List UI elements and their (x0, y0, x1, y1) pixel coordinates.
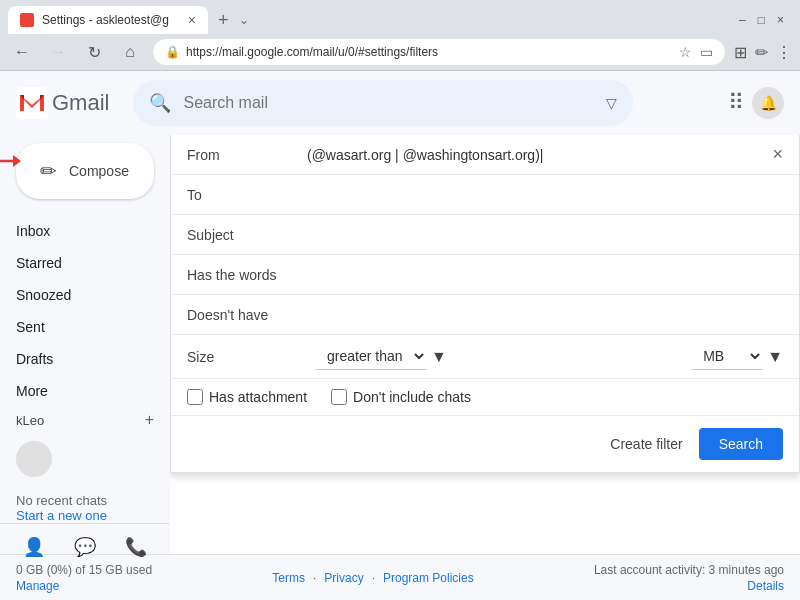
subject-label: Subject (187, 227, 307, 243)
from-input[interactable] (307, 147, 772, 163)
tab-bar: Settings - askleotest@g × + ⌄ – □ × (0, 0, 800, 34)
sidebar-item-more[interactable]: More (0, 375, 170, 407)
chat-avatar (16, 441, 52, 477)
details-link[interactable]: Details (747, 579, 784, 593)
size-label: Size (187, 349, 307, 365)
address-bar[interactable]: 🔒 https://mail.google.com/mail/u/0/#sett… (152, 38, 726, 66)
compose-button[interactable]: ✏ Compose (16, 143, 154, 199)
forward-btn[interactable]: → (44, 38, 72, 66)
tab-chevron[interactable]: ⌄ (239, 13, 249, 27)
person-icon[interactable]: 👤 (23, 536, 45, 554)
from-clear-btn[interactable]: × (772, 144, 783, 165)
sidebar-item-snoozed[interactable]: Snoozed (0, 279, 170, 311)
terms-link[interactable]: Terms (272, 571, 305, 585)
browser-chrome: Settings - askleotest@g × + ⌄ – □ × ← → … (0, 0, 800, 71)
subject-input[interactable] (307, 227, 783, 243)
create-filter-link[interactable]: Create filter (610, 436, 682, 452)
drafts-label: Drafts (16, 351, 53, 367)
haswords-input[interactable] (307, 267, 783, 283)
toolbar-right: ⊞ ✏ ⋮ (734, 43, 792, 62)
mb-dropdown-arrow: ▼ (767, 348, 783, 366)
sidebar-item-drafts[interactable]: Drafts (0, 343, 170, 375)
snoozed-label: Snoozed (16, 287, 71, 303)
sidebar-item-sent[interactable]: Sent (0, 311, 170, 343)
size-select[interactable]: greater than less than (315, 343, 427, 370)
start-new-link[interactable]: Start a new one (16, 508, 154, 523)
chat-avatar-area (0, 433, 170, 485)
doesnt-have-input[interactable] (307, 307, 783, 323)
to-input[interactable] (307, 187, 783, 203)
has-attachment-checkbox[interactable] (187, 389, 203, 405)
sent-label: Sent (16, 319, 45, 335)
chat-icon[interactable]: 💬 (74, 536, 96, 554)
gmail-main-wrapper: Gmail 🔍 ▽ ⠿ 🔔 (0, 71, 800, 600)
avatar-icon: 🔔 (760, 95, 777, 111)
active-tab[interactable]: Settings - askleotest@g × (8, 6, 208, 34)
add-section-btn[interactable]: + (145, 411, 154, 429)
address-bar-row: ← → ↻ ⌂ 🔒 https://mail.google.com/mail/u… (0, 34, 800, 70)
tab-favicon (20, 13, 34, 27)
size-dropdown: greater than less than ▼ (315, 343, 447, 370)
doesnt-have-label: Doesn't have (187, 307, 307, 323)
svg-marker-2 (13, 155, 21, 167)
gmail-logo: Gmail (16, 87, 109, 119)
profile-icon[interactable]: ✏ (755, 43, 768, 62)
filter-actions: Create filter Search (171, 416, 799, 472)
red-arrow (0, 151, 21, 171)
menu-icon[interactable]: ⋮ (776, 43, 792, 62)
footer-right: Last account activity: 3 minutes ago Det… (594, 563, 784, 593)
footer-center: Terms · Privacy · Program Policies (272, 571, 473, 585)
bottom-icons-bar: 👤 💬 📞 (0, 523, 170, 554)
close-btn[interactable]: × (777, 13, 784, 27)
tab-title: Settings - askleotest@g (42, 13, 169, 27)
to-label: To (187, 187, 307, 203)
size-dropdown-arrow: ▼ (431, 348, 447, 366)
content-area: From × To Subject (170, 135, 800, 554)
gmail-logo-icon (16, 87, 48, 119)
filter-dialog: From × To Subject (170, 135, 800, 473)
dont-include-chats-label[interactable]: Don't include chats (353, 389, 471, 405)
home-btn[interactable]: ⌂ (116, 38, 144, 66)
extensions-icon[interactable]: ⊞ (734, 43, 747, 62)
search-icon: 🔍 (149, 92, 171, 114)
gmail-content-wrapper: ✏ Compose Inbox Starred Snoozed Sent Dra… (0, 135, 800, 554)
reload-btn[interactable]: ↻ (80, 38, 108, 66)
activity-text: Last account activity: 3 minutes ago (594, 563, 784, 577)
header-right: ⠿ 🔔 (728, 87, 784, 119)
policies-link[interactable]: Program Policies (383, 571, 474, 585)
url-text: https://mail.google.com/mail/u/0/#settin… (186, 45, 673, 59)
filter-size-row: Size greater than less than ▼ MB KB (171, 335, 799, 379)
compose-label: Compose (69, 163, 129, 179)
cast-icon[interactable]: ▭ (700, 44, 713, 60)
apps-icon[interactable]: ⠿ (728, 90, 744, 116)
back-btn[interactable]: ← (8, 38, 36, 66)
minimize-btn[interactable]: – (739, 13, 746, 27)
sidebar: ✏ Compose Inbox Starred Snoozed Sent Dra… (0, 135, 170, 554)
has-attachment-label[interactable]: Has attachment (209, 389, 307, 405)
compose-plus-icon: ✏ (40, 159, 57, 183)
search-bar[interactable]: 🔍 ▽ (133, 80, 633, 126)
section-header-kleo: kLeo + (0, 407, 170, 433)
from-label: From (187, 147, 307, 163)
inbox-label: Inbox (16, 223, 50, 239)
lock-icon: 🔒 (165, 45, 180, 59)
search-button[interactable]: Search (699, 428, 783, 460)
gmail-header: Gmail 🔍 ▽ ⠿ 🔔 (0, 71, 800, 135)
search-options-icon[interactable]: ▽ (606, 95, 617, 111)
sidebar-item-starred[interactable]: Starred (0, 247, 170, 279)
no-chats-text: No recent chats (16, 493, 154, 508)
maximize-btn[interactable]: □ (758, 13, 765, 27)
tab-close-btn[interactable]: × (188, 12, 196, 28)
size-unit-select[interactable]: MB KB Bytes (691, 343, 763, 370)
starred-label: Starred (16, 255, 62, 271)
new-tab-btn[interactable]: + (212, 10, 235, 31)
separator2: · (372, 571, 375, 585)
privacy-link[interactable]: Privacy (324, 571, 363, 585)
manage-text[interactable]: Manage (16, 579, 152, 593)
bookmark-icon[interactable]: ☆ (679, 44, 692, 60)
avatar[interactable]: 🔔 (752, 87, 784, 119)
dont-include-chats-checkbox[interactable] (331, 389, 347, 405)
phone-icon[interactable]: 📞 (125, 536, 147, 554)
search-input[interactable] (183, 94, 594, 112)
sidebar-item-inbox[interactable]: Inbox (0, 215, 170, 247)
